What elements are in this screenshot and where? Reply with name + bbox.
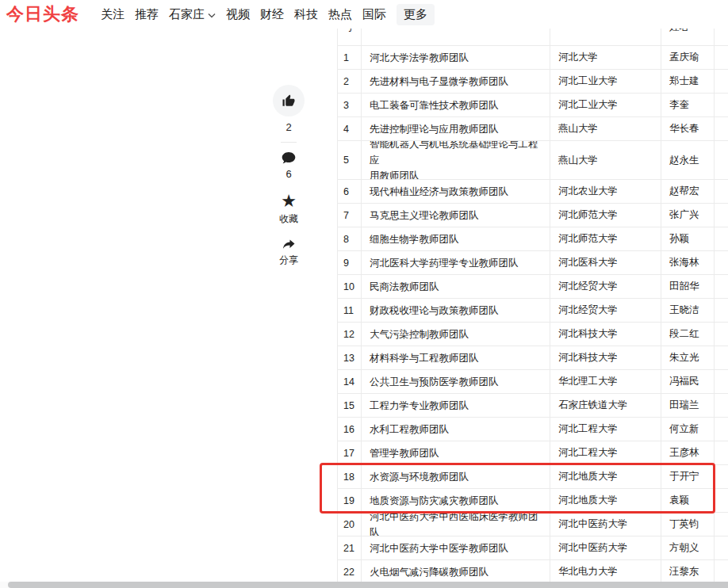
table-row: 20 河北中医药大学中西医临床医学教师团队 河北中医药大学 丁英钧 [337,512,728,536]
cell-university: 河北地质大学 [550,465,661,488]
cell-team-name: 公共卫生与预防医学教师团队 [361,370,550,393]
nav-item-3[interactable]: 视频 [226,7,250,22]
cell-university: 河北大学 [550,46,661,69]
table-row: 6 现代种植业经济与政策教师团队 河北农业大学 赵帮宏 [337,179,728,203]
nav-item-label: 科技 [294,7,318,22]
cell-university: 河北工程大学 [550,418,661,441]
cell-university: 河北医科大学 [550,251,661,274]
cell-extra [714,346,728,369]
table-row: 22 火电烟气减污降碳教师团队 华北电力大学 汪黎东 [337,559,728,583]
nav-item-0[interactable]: 关注 [101,7,125,22]
cell-university: 河北工业大学 [550,94,661,116]
cell-team-name: 细胞生物学教师团队 [361,227,550,250]
site-logo[interactable]: 今日头条 [6,2,79,26]
cell-index: 19 [337,489,361,512]
table-row: 15 工程力学专业教师团队 石家庄铁道大学 田瑞兰 [337,393,728,417]
comment-button[interactable]: 6 [281,151,297,180]
cell-extra [714,117,728,140]
table-row: 10 民商法教师团队 河北经贸大学 田韶华 [337,274,728,298]
cell-team-name: 马克思主义理论教师团队 [361,204,550,227]
cell-university: 河北科技大学 [550,346,661,369]
cell-team-name: 先进材料与电子显微学教师团队 [361,70,550,93]
nav-item-4[interactable]: 财经 [260,7,284,22]
nav-item-1[interactable]: 推荐 [135,7,159,22]
cell-leader-name: 王晓洁 [661,299,714,322]
cell-university: 石家庄铁道大学 [550,394,661,417]
cell-university: 河北工程大学 [550,441,661,464]
cell-university: 河北科技大学 [550,323,661,346]
cell-leader-name: 孟庆瑜 [661,46,714,69]
share-label: 分享 [279,254,298,267]
table-row: 5 智能机器人与机电系统基础理论与工程应 用教师团队 燕山大学 赵永生 [337,140,728,179]
cell-extra [714,180,728,203]
cell-index: 7 [337,204,361,227]
cell-team-name: 工程力学专业教师团队 [361,394,550,417]
cell-extra [714,227,728,250]
nav-menu: 关注推荐石家庄视频财经科技热点国际更多 [90,4,435,25]
cell-team-name: 民商法教师团队 [361,275,550,298]
cell-leader-name: 田瑞兰 [661,394,714,417]
nav-item-6[interactable]: 热点 [328,7,352,22]
cell-team-name: 河北中医药大学中医学教师团队 [361,536,550,559]
cell-team-name: 地质资源与防灾减灾教师团队 [361,489,550,512]
nav-item-label: 财经 [260,7,284,22]
cell-team-name: 电工装备可靠性技术教师团队 [361,94,550,116]
table-row: 7 马克思主义理论教师团队 河北师范大学 张广兴 [337,203,728,227]
nav-item-8[interactable]: 更多 [397,4,435,25]
cell-team-name: 水资源与环境教师团队 [361,465,550,488]
cell-leader-name: 赵永生 [661,141,714,179]
cell-index: 18 [337,465,361,488]
cell-team-name: 现代种植业经济与政策教师团队 [361,180,550,203]
cell-leader-name: 张海林 [661,251,714,274]
nav-item-label: 更多 [404,7,427,22]
cell-extra [714,370,728,393]
horizontal-scrollbar [0,582,728,588]
cell-index: 1 [337,46,361,69]
cell-team-name: 河北中医药大学中西医临床医学教师团队 [361,513,550,536]
nav-item-5[interactable]: 科技 [294,7,318,22]
cell-index: 12 [337,323,361,346]
comment-count: 6 [285,168,291,180]
table-row: 4 先进控制理论与应用教师团队 燕山大学 华长春 [337,116,728,140]
cell-university: 河北师范大学 [550,204,661,227]
cell-leader-name: 张广兴 [661,204,714,227]
cell-extra [714,394,728,417]
nav-item-label: 热点 [328,7,352,22]
favorite-button[interactable]: ★ 收藏 [279,193,298,226]
table-row: 1 河北大学法学教师团队 河北大学 孟庆瑜 [337,45,728,69]
cell-university: 燕山大学 [550,117,661,140]
nav-item-7[interactable]: 国际 [362,7,386,22]
nav-item-label: 推荐 [135,7,159,22]
cell-leader-name: 丁英钧 [661,513,714,536]
table-row: 14 公共卫生与预防医学教师团队 华北理工大学 冯福民 [337,369,728,393]
cell-university: 河北经贸大学 [550,299,661,322]
cell-university: 华北理工大学 [550,370,661,393]
cell-index: 17 [337,441,361,464]
cell-team-name: 河北大学法学教师团队 [361,46,550,69]
cell-extra [714,46,728,69]
comment-icon [281,151,297,166]
social-toolbar: 2 6 ★ 收藏 分享 [273,85,305,267]
cell-university: 河北农业大学 [550,180,661,203]
cell-team-name: 先进控制理论与应用教师团队 [361,117,550,140]
cell-team-name: 智能机器人与机电系统基础理论与工程应 用教师团队 [361,141,550,179]
like-count: 2 [285,121,291,133]
cell-index: 16 [337,418,361,441]
table-body: 1 河北大学法学教师团队 河北大学 孟庆瑜 2 先进材料与电子显微学教师团队 河… [337,45,728,584]
table-row: 19 地质资源与防灾减灾教师团队 河北地质大学 袁颖 [337,488,728,512]
cell-extra [714,560,728,583]
like-button[interactable] [273,85,305,116]
scrollbar-thumb[interactable] [8,582,728,588]
chevron-down-icon [208,13,216,18]
divider [281,142,297,143]
cell-index: 5 [337,141,361,179]
thumbs-up-icon [282,94,296,108]
cell-extra [714,441,728,464]
top-nav: 今日头条 关注推荐石家庄视频财经科技热点国际更多 [0,0,728,29]
share-button[interactable]: 分享 [279,237,298,267]
cell-index: 15 [337,394,361,417]
cell-team-name: 河北医科大学药理学专业教师团队 [361,251,550,274]
table-row: 11 财政税收理论与政策教师团队 河北经贸大学 王晓洁 [337,298,728,322]
nav-item-2[interactable]: 石家庄 [169,7,216,22]
cell-extra [714,141,728,179]
